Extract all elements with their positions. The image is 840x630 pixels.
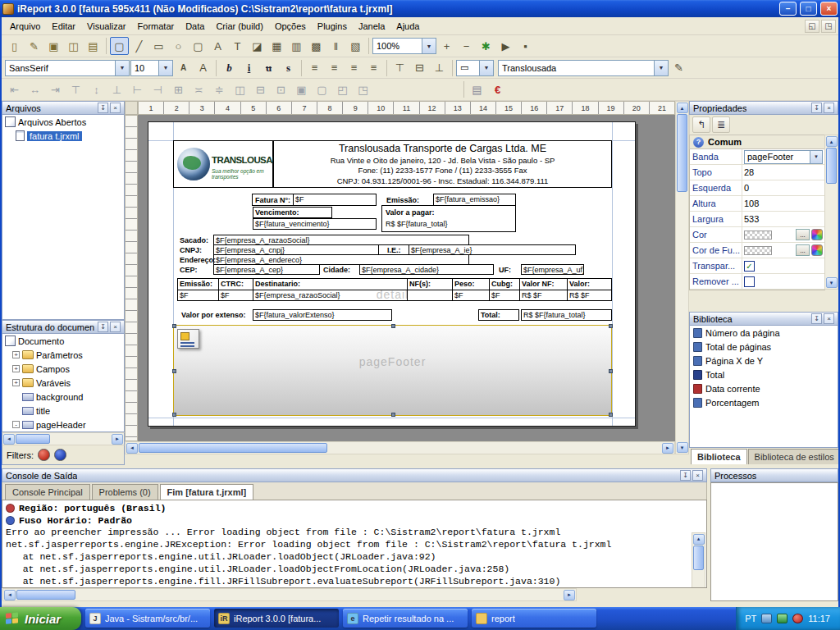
align-right-icon[interactable]: ≡ [345,59,363,77]
increase-font-icon[interactable]: A [174,59,193,77]
structure-tree-hscrollbar[interactable]: ◄ ► [2,432,125,445]
resize-handle[interactable] [609,413,613,417]
scrollbar-thumb[interactable] [16,434,50,444]
menu-item[interactable]: Janela [353,19,390,34]
align-center-icon[interactable]: ≡ [325,59,344,77]
ie-label[interactable]: I.E.: [387,246,401,254]
collapse-icon[interactable]: - [12,421,20,428]
menu-item[interactable]: Editar [46,19,81,34]
topo-value[interactable]: 28 [742,165,824,180]
same-width-icon[interactable]: ⊢ [128,80,147,98]
scroll-right-icon[interactable]: ► [112,434,123,445]
library-panel-header[interactable]: Biblioteca ↧ × [689,312,838,326]
library-item[interactable]: Número da página [690,326,838,340]
align-right-edges-icon[interactable]: ⇥ [46,80,65,98]
tab-biblioteca[interactable]: Biblioteca [691,449,747,464]
subreport-tool-icon[interactable]: ▦ [267,37,286,55]
zoom-combo[interactable]: 100% ▼ [372,38,436,54]
maximize-button[interactable]: □ [800,2,817,16]
chevron-down-icon[interactable]: ▼ [422,39,436,53]
emissao-label[interactable]: Emissão: [386,196,419,204]
print-icon[interactable]: ▤ [84,37,103,55]
scroll-up-icon[interactable]: ▲ [693,534,705,545]
total-label[interactable]: Total: [478,309,519,321]
scroll-left-icon[interactable]: ◄ [3,434,15,445]
endereco-label[interactable]: Endereço: [180,256,216,264]
resize-handle[interactable] [172,369,176,373]
taskbar-task[interactable]: iR iReport 3.0.0 [fatura... [214,609,339,628]
scroll-up-icon[interactable]: ▲ [677,103,688,113]
console-hscrollbar[interactable]: ◄ ► [2,588,577,601]
space-vertically-icon[interactable]: ≑ [210,80,229,98]
close-button[interactable]: × [820,2,838,16]
menu-item[interactable]: Criar (build) [210,19,268,34]
structure-panel-header[interactable]: Estrutura do documento ↧ × [2,320,125,334]
resize-handle[interactable] [172,324,176,328]
chart-tool-icon[interactable]: ▥ [287,37,306,55]
mdi-restore-window-icon[interactable]: ◱ [805,20,819,33]
pin-icon[interactable]: ↧ [680,470,691,481]
scrollbar-thumb[interactable] [693,546,704,570]
antivirus-icon[interactable] [792,614,803,623]
largura-value[interactable]: 533 [742,212,824,226]
pointer-tool-icon[interactable]: ▢ [110,37,129,55]
remove-checkbox[interactable] [744,276,755,287]
altura-value[interactable]: 108 [742,196,824,211]
scrollbar-thumb[interactable] [826,148,837,184]
library-item[interactable]: Porcentagem [690,395,838,409]
barcode-tool-icon[interactable]: ‖ [326,37,345,55]
close-icon[interactable]: × [824,103,834,113]
crosstab-tool-icon[interactable]: ▩ [307,37,326,55]
console-panel-header[interactable]: Console de Saída ↧ × [2,468,707,482]
image-element-icon[interactable] [177,329,199,349]
filter-info-icon[interactable] [54,449,66,461]
expand-icon[interactable]: + [12,351,20,358]
element-selector-icon[interactable]: ↰ [692,116,710,133]
report-page[interactable]: TRANSLOUSADA Sua melhor opção em transpo… [148,121,636,427]
line-tool-icon[interactable]: ╱ [130,37,148,55]
align-bottom-edges-icon[interactable]: ⊥ [107,80,126,98]
align-vertical-center-icon[interactable]: ↕ [87,80,106,98]
fatura-number-element[interactable]: Fatura N°: $F [252,194,377,206]
cep-label[interactable]: CEP: [180,266,198,274]
taskbar-task[interactable]: J Java - Sistram/src/br/... [85,609,210,628]
run-report-icon[interactable]: ▶ [496,37,515,55]
rectangle-tool-icon[interactable]: ▭ [149,37,168,55]
pin-icon[interactable]: ↧ [811,313,822,324]
tab-biblioteca-de-estilos[interactable]: Biblioteca de estilos [748,449,840,464]
menu-item[interactable]: Arquivo [4,19,46,34]
menu-item[interactable]: Opções [269,19,312,34]
chevron-down-icon[interactable]: ▼ [654,61,668,75]
space-horizontally-icon[interactable]: ≍ [189,80,208,98]
minimize-button[interactable]: – [779,2,797,16]
group-elements-icon[interactable]: ◰ [333,80,352,98]
cnpj-label[interactable]: CNPJ: [180,246,202,254]
filter-errors-icon[interactable] [38,449,50,461]
same-height-icon[interactable]: ⊣ [148,80,167,98]
resize-handle[interactable] [391,413,395,417]
save-icon[interactable]: ▣ [44,37,63,55]
scroll-left-icon[interactable]: ◄ [4,590,16,600]
valign-bottom-icon[interactable]: ⊥ [430,59,449,77]
organize-bands-icon[interactable]: ▤ [468,80,486,98]
detail-table-element[interactable]: Emissão: CTRC: Destinatario: NF(s): Peso… [177,278,612,301]
esquerda-value[interactable]: 0 [742,180,824,195]
cidade-label[interactable]: Cidade: [323,266,350,274]
chevron-down-icon[interactable]: ▼ [479,61,493,75]
banda-combo[interactable]: pageFooter ▼ [744,150,823,164]
sacado-label[interactable]: Sacado: [180,236,208,244]
tree-item-documento[interactable]: Documento [2,334,124,348]
valign-middle-icon[interactable]: ⊟ [410,59,429,77]
tree-item-parametros[interactable]: + Parâmetros [2,348,124,362]
library-item[interactable]: Data corrente [690,381,838,395]
uf-label[interactable]: UF: [499,266,511,274]
new-document-icon[interactable]: ▯ [5,37,24,55]
cep-field[interactable]: $F{empresa_A_cep} [213,264,320,275]
scroll-right-icon[interactable]: ► [662,443,673,454]
properties-vscrollbar[interactable]: ▲ ▼ [824,135,838,290]
ungroup-elements-icon[interactable]: ◳ [354,80,372,98]
style-editor-icon[interactable]: ✎ [669,59,688,77]
scrollbar-thumb[interactable] [139,443,327,453]
resize-handle[interactable] [609,324,613,328]
tree-item-title[interactable]: title [2,404,124,418]
